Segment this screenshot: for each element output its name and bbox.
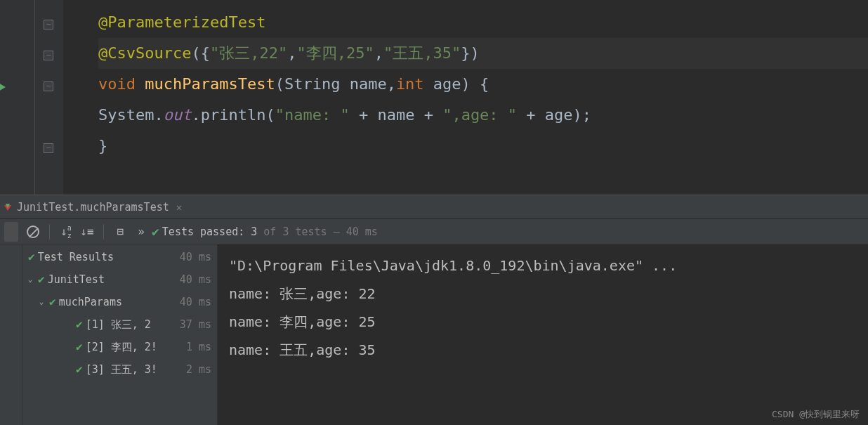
chevron-down-icon[interactable]: ⌄: [37, 291, 46, 313]
check-icon: ✔: [28, 246, 35, 268]
run-test-icon[interactable]: [0, 82, 6, 92]
console-line: name: 李四,age: 25: [229, 308, 857, 336]
chevron-down-icon[interactable]: ⌄: [25, 268, 35, 291]
results-panel: ✔ Test Results 40 ms ⌄ ✔ JunitTest 40 ms…: [0, 244, 868, 425]
annotation: @CsvSource: [98, 44, 191, 62]
separator: [103, 224, 104, 240]
check-icon: ✔: [76, 336, 83, 358]
more-button[interactable]: »: [131, 221, 152, 242]
check-icon: ✔: [38, 268, 45, 291]
stop-button[interactable]: [22, 221, 44, 242]
tree-suite[interactable]: ⌄ ✔ JunitTest 40 ms: [22, 268, 217, 291]
method-name: muchParamsTest: [145, 75, 275, 93]
console-line: name: 王五,age: 35: [229, 336, 857, 364]
test-status-text: Tests passed: 3 of 3 tests – 40 ms: [162, 225, 378, 238]
tree-case[interactable]: ✔ [2] 李四, 2! 1 ms: [22, 336, 217, 358]
test-tree[interactable]: ✔ Test Results 40 ms ⌄ ✔ JunitTest 40 ms…: [22, 244, 218, 425]
test-pass-icon: [3, 202, 13, 212]
code-content[interactable]: @ParameterizedTest @CsvSource({"张三,22","…: [63, 0, 868, 195]
run-tab-title[interactable]: JunitTest.muchParamsTest: [17, 201, 169, 214]
console-line: name: 张三,age: 22: [229, 280, 857, 308]
editor-gutter: [0, 0, 35, 195]
tree-test[interactable]: ⌄ ✔ muchParams 40 ms: [22, 291, 217, 313]
collapse-button[interactable]: ↓≡: [77, 221, 98, 242]
check-icon: ✔: [76, 358, 83, 381]
run-tab-bar: JunitTest.muchParamsTest ✕: [0, 195, 868, 219]
fold-marker-icon[interactable]: −: [44, 20, 53, 30]
fold-marker-icon[interactable]: −: [44, 51, 53, 60]
console-command: "D:\Program Files\Java\jdk1.8.0_192\bin\…: [229, 251, 857, 280]
watermark: CSDN @快到锅里来呀: [772, 408, 860, 421]
fold-marker-icon[interactable]: −: [44, 81, 53, 91]
filter-button[interactable]: ⊟: [110, 221, 131, 242]
code-editor[interactable]: − − − − @ParameterizedTest @CsvSource({"…: [0, 0, 868, 195]
sort-button[interactable]: ↓az: [55, 221, 77, 242]
fold-gutter: − − − −: [35, 0, 63, 195]
results-side-gutter: [0, 244, 22, 425]
fold-marker-icon[interactable]: −: [44, 143, 53, 153]
annotation: @ParameterizedTest: [98, 13, 265, 31]
stop-icon: [27, 225, 39, 238]
layout-toggle-button[interactable]: [4, 222, 18, 242]
console-output[interactable]: "D:\Program Files\Java\jdk1.8.0_192\bin\…: [218, 244, 868, 425]
tree-root[interactable]: ✔ Test Results 40 ms: [22, 246, 217, 268]
check-icon: ✔: [152, 224, 159, 239]
keyword-void: void: [98, 75, 136, 93]
close-icon[interactable]: ✕: [176, 202, 182, 213]
tree-case[interactable]: ✔ [1] 张三, 2 37 ms: [22, 313, 217, 336]
test-toolbar: ↓az ↓≡ ⊟ » ✔ Tests passed: 3 of 3 tests …: [0, 219, 868, 244]
check-icon: ✔: [76, 313, 83, 336]
check-icon: ✔: [49, 291, 56, 313]
tree-case[interactable]: ✔ [3] 王五, 3! 2 ms: [22, 358, 217, 381]
separator: [49, 224, 50, 240]
